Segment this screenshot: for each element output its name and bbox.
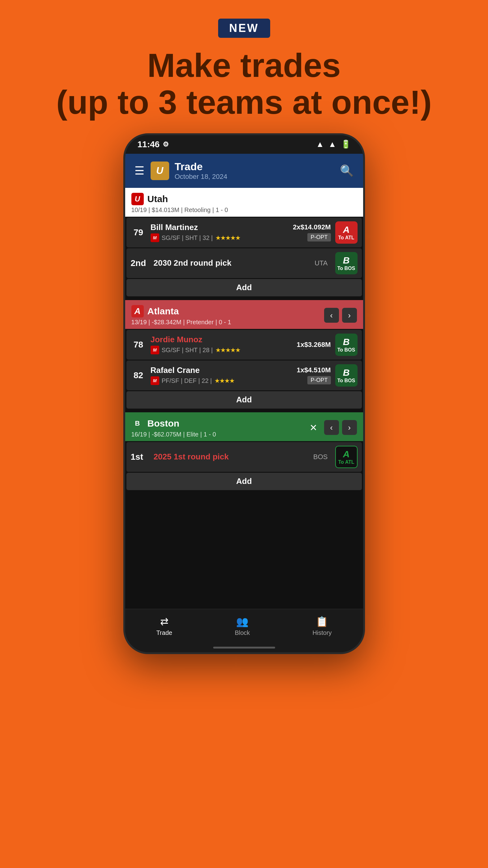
dest-letter: B [343,337,350,347]
boston-next-button[interactable]: › [342,420,357,435]
app-header: ☰ U Trade October 18, 2024 🔍 [125,154,363,188]
player-info: Rafael Crane M PF/SF | DEF | 22 | ★★★★ [151,366,292,385]
atlanta-nav-buttons: ‹ › [324,308,357,323]
dest-letter: B [343,367,350,378]
new-badge: NEW [218,19,270,38]
utah-add-button[interactable]: Add [126,279,362,297]
player-right: 1x$4.510M P-OPT [296,366,331,384]
trade-icon: ⇄ [160,616,168,627]
pick-from: UTA [315,259,327,267]
dest-badge-bos2[interactable]: B To BOS [335,364,358,386]
pick-round: 2nd [131,258,149,268]
pick-from: BOS [313,453,327,461]
pick-name: 2030 2nd round pick [154,258,311,268]
boston-prev-button[interactable]: ‹ [324,420,339,435]
headline-line1: Make trades [56,47,432,84]
pick-row-2030: 2nd 2030 2nd round pick UTA B To BOS [126,248,362,278]
atlanta-team-stats: 13/19 | -$28.342M | Pretender | 0 - 1 [131,319,231,326]
dest-label: To BOS [337,347,355,353]
boston-abbr-badge: B [131,417,144,430]
player-salary: 1x$4.510M [296,366,331,374]
player-name: Jordie Munoz [151,335,292,344]
atlanta-add-button[interactable]: Add [126,391,362,409]
nav-item-history[interactable]: 📋 History [312,616,331,637]
player-tag: P-OPT [307,233,331,242]
atlanta-team-name: Atlanta [148,306,179,316]
pick-round: 1st [131,452,149,462]
header-title-group: Trade October 18, 2024 [175,161,340,181]
player-pos: SG/SF | SHT | 28 | [162,347,213,354]
nav-item-block[interactable]: 👥 Block [235,616,250,637]
player-pos: PF/SF | DEF | 22 | [162,377,212,384]
header-title: Trade [175,161,340,173]
status-icons: ▲ ▲ 🔋 [316,140,351,149]
player-details: M PF/SF | DEF | 22 | ★★★★ [151,376,292,385]
nav-label-trade: Trade [156,629,172,637]
player-details: M SG/SF | SHT | 32 | ★★★★★ [151,234,289,242]
player-stars: ★★★★★ [215,346,240,354]
nav-item-trade[interactable]: ⇄ Trade [156,616,172,637]
atlanta-name-row: A Atlanta [131,305,231,317]
player-info: Bill Martinez M SG/SF | SHT | 32 | ★★★★★ [151,223,289,242]
team-section-atlanta: A Atlanta 13/19 | -$28.342M | Pretender … [125,300,363,411]
dest-label: To BOS [337,266,355,271]
team-header-utah: U Utah 10/19 | $14.013M | Retooling | 1 … [125,188,363,217]
status-time: 11:46 ⚙ [137,140,169,149]
dest-letter: B [343,255,350,266]
player-row-jordie-munoz: 78 Jordie Munoz M SG/SF | SHT | 28 | ★★★… [126,330,362,360]
player-number: 79 [131,227,146,238]
wifi-icon: ▲ [316,140,324,149]
player-team-badge: M [151,346,159,354]
player-info: Jordie Munoz M SG/SF | SHT | 28 | ★★★★★ [151,335,292,354]
history-icon: 📋 [316,616,328,627]
utah-team-stats: 10/19 | $14.013M | Retooling | 1 - 0 [131,207,228,214]
phone-frame: 11:46 ⚙ ▲ ▲ 🔋 ☰ U Trade October 18, 2024… [123,133,365,654]
hamburger-menu[interactable]: ☰ [134,164,144,177]
dest-label: To BOS [337,378,355,383]
top-area: NEW Make trades (up to 3 teams at once!) [56,0,432,133]
team-section-boston: B Boston 16/19 | -$62.075M | Elite | 1 -… [125,412,363,493]
settings-icon: ⚙ [163,141,169,149]
boston-team-stats: 16/19 | -$62.075M | Elite | 1 - 0 [131,431,216,438]
dest-badge-bos[interactable]: B To BOS [335,252,358,274]
player-row-rafael-crane: 82 Rafael Crane M PF/SF | DEF | 22 | ★★★… [126,361,362,390]
boston-team-name: Boston [148,418,180,429]
headline-line2: (up to 3 teams at once!) [56,84,432,121]
battery-icon: 🔋 [341,140,351,149]
player-team-badge: M [151,234,159,242]
pick-name: 2025 1st round pick [154,452,309,462]
block-icon: 👥 [236,616,249,627]
player-pos: SG/SF | SHT | 32 | [162,235,213,242]
utah-abbr-badge: U [131,193,144,205]
pick-row-2025: 1st 2025 1st round pick BOS A To ATL [126,442,362,472]
player-tag: P-OPT [307,376,331,384]
boston-nav-buttons: ✕ ‹ › [306,420,357,435]
player-name: Rafael Crane [151,366,292,375]
player-right: 2x$14.092M P-OPT [293,223,331,242]
nav-label-history: History [312,629,331,637]
player-details: M SG/SF | SHT | 28 | ★★★★★ [151,346,292,354]
player-team-badge: M [151,376,159,385]
atlanta-abbr-badge: A [131,305,144,317]
team-logo: U [151,161,169,180]
dest-badge-bos[interactable]: B To BOS [335,334,358,356]
nav-label-block: Block [235,629,250,637]
dest-badge-atl[interactable]: A To ATL [335,221,358,244]
atlanta-next-button[interactable]: › [342,308,357,323]
home-bar [213,647,275,649]
dest-label: To ATL [338,459,354,465]
boston-add-button[interactable]: Add [126,473,362,490]
boston-close-button[interactable]: ✕ [306,420,321,435]
atlanta-prev-button[interactable]: ‹ [324,308,339,323]
player-number: 82 [131,370,146,380]
app-content: U Utah 10/19 | $14.013M | Retooling | 1 … [125,188,363,609]
dest-badge-atl-outline[interactable]: A To ATL [335,446,358,468]
team-header-atlanta: A Atlanta 13/19 | -$28.342M | Pretender … [125,300,363,329]
signal-icon: ▲ [328,140,336,149]
status-bar: 11:46 ⚙ ▲ ▲ 🔋 [125,135,363,154]
player-row-bill-martinez: 79 Bill Martinez M SG/SF | SHT | 32 | ★★… [126,218,362,247]
search-icon[interactable]: 🔍 [340,164,354,177]
player-salary: 1x$3.268M [296,341,331,349]
home-indicator [125,643,363,652]
player-stars: ★★★★★ [215,234,240,242]
